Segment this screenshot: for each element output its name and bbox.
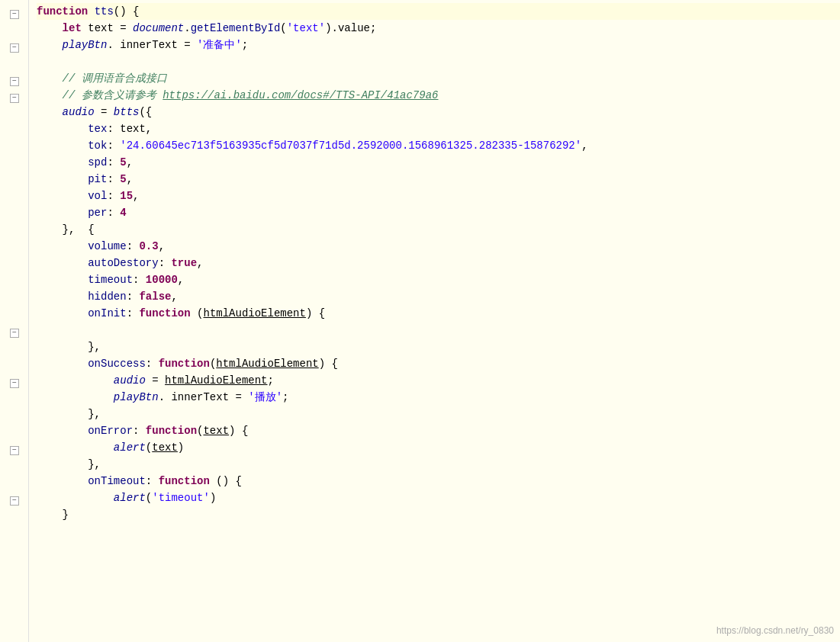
fn-tts: tts	[95, 3, 114, 20]
code-area: − − − −	[0, 0, 840, 642]
line-17: timeout : 10000 ,	[37, 271, 840, 288]
line-9: tok : '24.60645ec713f5163935cf5d7037f71d…	[37, 137, 840, 154]
fold-icon-onTimeout[interactable]: −	[10, 496, 19, 506]
line-5: // 调用语音合成接口	[37, 70, 840, 87]
line-24: playBtn . innerText = '播放' ;	[37, 389, 840, 406]
line-23: audio = htmlAudioElement ;	[37, 372, 840, 389]
line-29: onTimeout : function () {	[37, 473, 840, 490]
code-lines: function tts () { let text = document . …	[29, 0, 840, 642]
line-1: function tts () {	[37, 3, 840, 20]
line-14: }, {	[37, 221, 840, 238]
line-28: },	[37, 456, 840, 473]
line-30: alert ( 'timeout' )	[37, 490, 840, 506]
line-20-empty	[37, 322, 840, 339]
line-6: // 参数含义请参考 https://ai.baidu.com/docs#/TT…	[37, 87, 840, 104]
fold-icon-6[interactable]: −	[10, 94, 19, 103]
fold-icon-onError[interactable]: −	[10, 446, 19, 455]
fold-icon-1[interactable]: −	[10, 10, 19, 19]
line-2: let text = document . getElementById ( '…	[37, 20, 840, 37]
line-21: },	[37, 339, 840, 355]
line-4-empty	[37, 53, 840, 70]
code-container: − − − −	[0, 0, 840, 642]
fold-icon-3[interactable]: −	[10, 43, 19, 53]
line-15: volume : 0.3 ,	[37, 238, 840, 255]
fold-icon-5[interactable]: −	[10, 77, 19, 86]
line-26: onError : function ( text ) {	[37, 422, 840, 439]
line-3: playBtn . innerText = '准备中' ;	[37, 37, 840, 53]
line-12: vol : 15 ,	[37, 188, 840, 204]
line-18: hidden : false ,	[37, 288, 840, 305]
fold-icon-onSuccess[interactable]: −	[10, 379, 19, 388]
line-11: pit : 5 ,	[37, 171, 840, 188]
line-8: tex : text,	[37, 120, 840, 137]
gutter: − − − −	[0, 0, 29, 642]
line-25: },	[37, 406, 840, 422]
line-22: onSuccess : function ( htmlAudioElement …	[37, 355, 840, 372]
line-10: spd : 5 ,	[37, 154, 840, 171]
fold-icon-onInit[interactable]: −	[10, 329, 19, 338]
line-7: audio = btts ({	[37, 104, 840, 120]
line-31: }	[37, 506, 840, 523]
line-13: per : 4	[37, 204, 840, 221]
line-19: onInit : function ( htmlAudioElement ) {	[37, 305, 840, 322]
watermark: https://blog.csdn.net/ry_0830	[716, 625, 834, 636]
line-16: autoDestory : true ,	[37, 255, 840, 271]
keyword-function: function	[37, 3, 88, 20]
line-27: alert ( text )	[37, 439, 840, 456]
